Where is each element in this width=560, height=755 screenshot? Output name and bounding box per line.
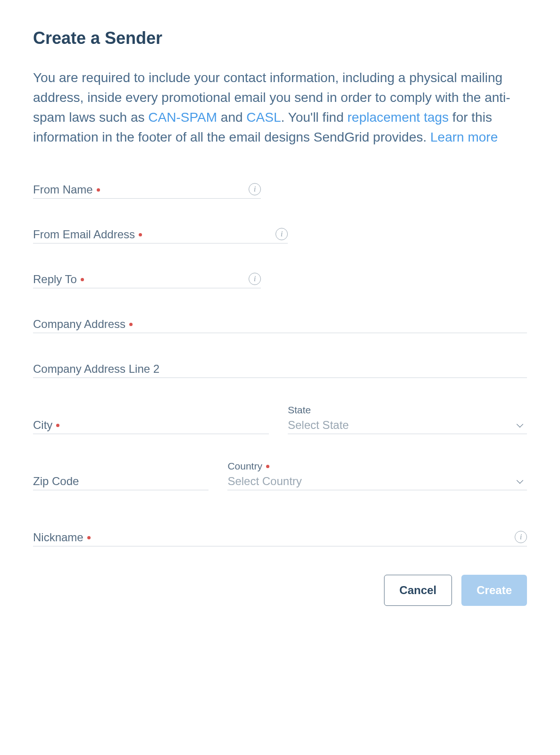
label-text: Reply To bbox=[33, 273, 77, 286]
city-input[interactable] bbox=[59, 416, 269, 432]
link-learn-more[interactable]: Learn more bbox=[430, 130, 498, 144]
required-indicator bbox=[97, 188, 100, 192]
label-text: From Name bbox=[33, 183, 93, 196]
nickname-label: Nickname bbox=[33, 531, 91, 544]
link-replacement-tags[interactable]: replacement tags bbox=[347, 110, 449, 125]
country-placeholder: Select Country bbox=[227, 475, 301, 488]
company-address2-input[interactable] bbox=[159, 360, 527, 376]
from-email-field[interactable]: From Email Address bbox=[33, 225, 288, 243]
nickname-input[interactable] bbox=[91, 528, 511, 544]
zip-input[interactable] bbox=[79, 472, 209, 488]
info-icon[interactable] bbox=[276, 228, 288, 240]
company-address-label: Company Address bbox=[33, 318, 133, 331]
required-indicator bbox=[129, 323, 133, 326]
from-name-input[interactable] bbox=[100, 180, 245, 196]
company-address-field[interactable]: Company Address bbox=[33, 315, 527, 333]
label-text: Company Address Line 2 bbox=[33, 362, 159, 376]
from-email-label: From Email Address bbox=[33, 228, 142, 241]
info-icon[interactable] bbox=[249, 273, 261, 285]
reply-to-input[interactable] bbox=[84, 270, 245, 286]
country-select[interactable]: Select Country bbox=[227, 475, 527, 488]
country-label: Country bbox=[227, 461, 527, 472]
intro-text: . You'll find bbox=[281, 110, 347, 125]
label-text: State bbox=[288, 404, 311, 416]
form-actions: Cancel Create bbox=[33, 575, 527, 606]
info-icon[interactable] bbox=[249, 183, 261, 195]
link-can-spam[interactable]: CAN-SPAM bbox=[148, 110, 217, 125]
from-email-input[interactable] bbox=[142, 225, 272, 241]
label-text: Country bbox=[227, 461, 262, 472]
city-field[interactable]: City bbox=[33, 416, 269, 434]
cancel-button[interactable]: Cancel bbox=[384, 575, 452, 606]
state-label: State bbox=[288, 404, 527, 416]
city-label: City bbox=[33, 419, 59, 432]
state-field[interactable]: State Select State bbox=[288, 404, 527, 434]
required-indicator bbox=[81, 278, 84, 281]
company-address-input[interactable] bbox=[133, 315, 527, 331]
from-name-label: From Name bbox=[33, 183, 100, 196]
intro-text: and bbox=[217, 110, 246, 125]
intro-paragraph: You are required to include your contact… bbox=[33, 68, 527, 147]
company-address2-field[interactable]: Company Address Line 2 bbox=[33, 360, 527, 378]
state-placeholder: Select State bbox=[288, 419, 349, 432]
label-text: City bbox=[33, 419, 52, 432]
page-title: Create a Sender bbox=[33, 28, 527, 48]
label-text: Zip Code bbox=[33, 475, 79, 488]
company-address2-label: Company Address Line 2 bbox=[33, 362, 159, 376]
sender-form: From Name From Email Address bbox=[33, 180, 527, 606]
from-name-field[interactable]: From Name bbox=[33, 180, 261, 199]
required-indicator bbox=[266, 465, 269, 468]
zip-label: Zip Code bbox=[33, 475, 79, 488]
link-casl[interactable]: CASL bbox=[246, 110, 281, 125]
chevron-down-icon bbox=[517, 478, 523, 485]
label-text: Nickname bbox=[33, 531, 84, 544]
required-indicator bbox=[139, 233, 142, 236]
zip-field[interactable]: Zip Code bbox=[33, 472, 209, 490]
required-indicator bbox=[56, 424, 59, 427]
create-button[interactable]: Create bbox=[461, 575, 527, 606]
nickname-field[interactable]: Nickname bbox=[33, 528, 527, 546]
state-select[interactable]: Select State bbox=[288, 419, 527, 432]
required-indicator bbox=[87, 536, 91, 539]
reply-to-label: Reply To bbox=[33, 273, 84, 286]
label-text: Company Address bbox=[33, 318, 125, 331]
country-field[interactable]: Country Select Country bbox=[227, 461, 527, 490]
reply-to-field[interactable]: Reply To bbox=[33, 270, 261, 288]
chevron-down-icon bbox=[517, 422, 523, 428]
label-text: From Email Address bbox=[33, 228, 135, 241]
info-icon[interactable] bbox=[515, 531, 527, 543]
